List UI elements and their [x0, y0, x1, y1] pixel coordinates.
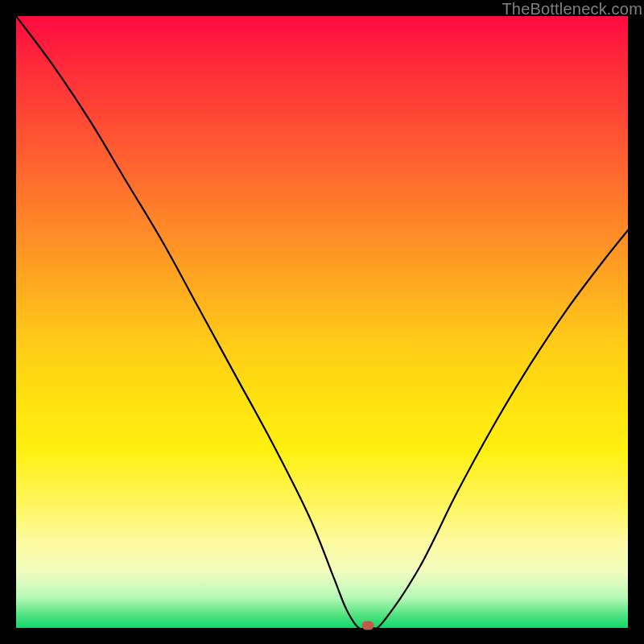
trough-marker: [362, 621, 374, 630]
bottleneck-curve: [16, 16, 628, 628]
chart-frame: TheBottleneck.com: [0, 0, 644, 644]
plot-area: [16, 16, 628, 628]
